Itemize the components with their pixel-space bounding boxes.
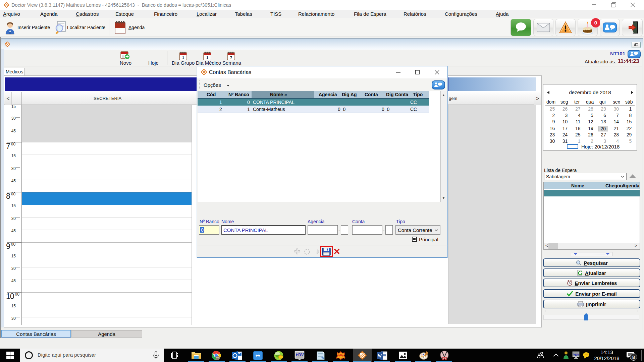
svg-text:1: 1 <box>182 56 184 60</box>
svg-text:7: 7 <box>230 56 232 60</box>
svg-text:DV: DV <box>575 353 579 356</box>
svg-text:1: 1 <box>206 56 208 60</box>
svg-text:DV: DV <box>298 353 304 357</box>
